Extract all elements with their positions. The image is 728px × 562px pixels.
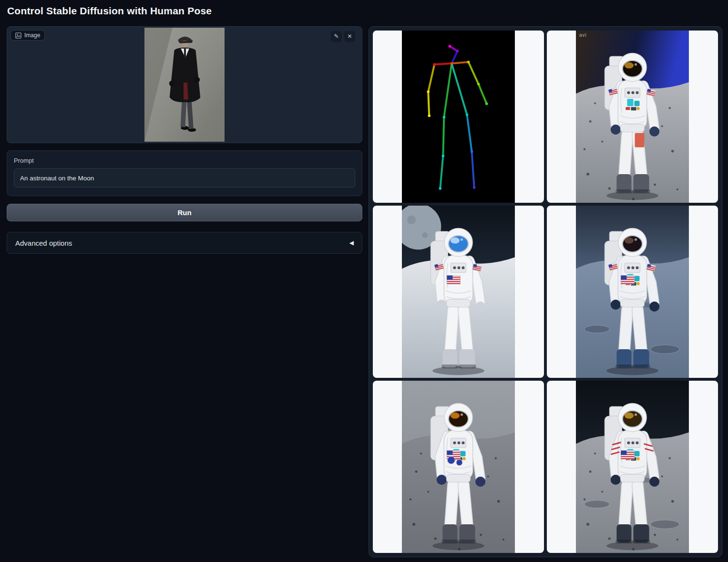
image-label-badge: Image	[10, 30, 45, 41]
advanced-options-accordion[interactable]: Advanced options ◀	[7, 232, 362, 254]
prompt-input[interactable]	[14, 168, 355, 187]
gallery-item-astronaut-3[interactable]	[547, 206, 718, 378]
input-image-panel: Image ✎ ✕	[7, 26, 362, 143]
gallery-grid: avi	[373, 31, 718, 553]
edit-image-button[interactable]: ✎	[331, 31, 342, 42]
gallery-item-openpose-skeleton[interactable]	[373, 31, 544, 203]
app-root: Control Stable Diffusion with Human Pose…	[0, 0, 728, 562]
gallery-item-astronaut-5[interactable]	[547, 381, 718, 553]
image-actions: ✎ ✕	[331, 31, 355, 42]
controls-column: Image ✎ ✕	[7, 26, 362, 254]
input-photo-graphic	[144, 28, 225, 142]
run-button[interactable]: Run	[7, 204, 362, 221]
image-icon	[15, 32, 21, 39]
pencil-icon: ✎	[334, 31, 338, 42]
gallery-item-astronaut-4[interactable]	[373, 381, 544, 553]
astronaut-image-1: avi	[576, 31, 689, 203]
advanced-options-label: Advanced options	[15, 239, 72, 247]
output-gallery: avi	[369, 26, 722, 557]
astronaut-image-3	[576, 206, 689, 378]
pose-image	[402, 31, 515, 203]
page-title: Control Stable Diffusion with Human Pose	[7, 5, 212, 17]
image-watermark: avi	[579, 32, 587, 38]
astronaut-image-2	[402, 206, 515, 378]
input-image-preview[interactable]	[144, 28, 225, 142]
close-icon: ✕	[347, 31, 352, 42]
prompt-panel: Prompt	[7, 150, 362, 196]
astronaut-image-5	[576, 381, 689, 553]
gallery-item-astronaut-1[interactable]: avi	[547, 31, 718, 203]
gallery-item-astronaut-2[interactable]	[373, 206, 544, 378]
clear-image-button[interactable]: ✕	[344, 31, 355, 42]
astronaut-image-4	[402, 381, 515, 553]
accordion-collapsed-icon: ◀	[349, 239, 354, 246]
image-label: Image	[24, 32, 40, 39]
prompt-label: Prompt	[14, 157, 355, 164]
